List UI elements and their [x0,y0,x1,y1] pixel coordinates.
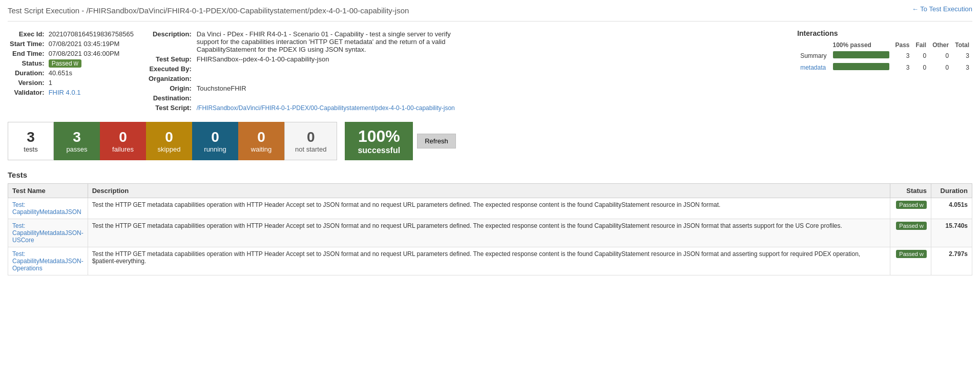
running-box: 0 running [192,122,238,160]
test-name-cell[interactable]: Test: CapabilityMetadataJSON-Operations [8,247,88,275]
test-script-value: /FHIRSandbox/DaVinci/FHIR4-0-1-PDEX/00-C… [194,103,476,113]
exec-id-value: 20210708164519836758565 [47,29,136,39]
test-description-cell: Test the HTTP GET metadata capabilities … [88,198,890,219]
interaction-other: 0 [929,50,952,61]
skipped-label: skipped [158,145,181,153]
col-test-name: Test Name [8,184,88,198]
interactions-section: Interactions 100% passed Pass Fail Other… [797,29,972,113]
executed-by-value [194,64,476,74]
not-started-label: not started [295,145,326,153]
interactions-col-other: Other [929,40,952,50]
summary-row: 3 tests 3 passes 0 failures 0 skipped 0 … [8,122,972,160]
description-value: Da Vinci - PDex - FHIR R4-0-1 - Scenario… [194,29,476,54]
skipped-box: 0 skipped [146,122,192,160]
status-label: Status: [8,58,47,68]
interactions-col-passed: 100% passed [830,40,892,50]
back-link[interactable]: To Test Execution [912,5,972,13]
origin-value: TouchstoneFHIR [194,83,476,93]
not-started-box: 0 not started [284,122,337,160]
interactions-col-total: Total [952,40,972,50]
test-duration-cell: 2.797s [931,247,972,275]
destination-value [194,93,476,103]
page-header: Test Script Execution - /FHIRSandbox/DaV… [8,5,972,22]
exec-id-label: Exec Id: [8,29,47,39]
total-box: 3 tests [8,122,54,160]
test-duration-cell: 15.740s [931,219,972,247]
success-label: successful [358,146,400,155]
waiting-box: 0 waiting [238,122,284,160]
waiting-label: waiting [251,145,272,153]
description-info: Description: Da Vinci - PDex - FHIR R4-0… [146,29,787,113]
test-description-cell: Test the HTTP GET metadata capabilities … [88,247,890,275]
interaction-total: 3 [952,61,972,73]
interaction-fail: 0 [913,50,930,61]
not-started-count: 0 [307,129,315,145]
test-status-cell: Passed [890,247,931,275]
interaction-other: 0 [929,61,952,73]
start-time-value: 07/08/2021 03:45:19PM [47,39,136,49]
interactions-col-pass: Pass [892,40,913,50]
refresh-button[interactable]: Refresh [417,134,456,148]
failures-box: 0 failures [100,122,146,160]
interaction-total: 3 [952,50,972,61]
test-duration-cell: 4.051s [931,198,972,219]
tests-section: Tests Test Name Description Status Durat… [8,170,972,275]
duration-value: 40.651s [47,68,136,78]
title-subtitle: - /FHIRSandbox/DaVinci/FHIR4-0-1-PDEX/00… [79,6,409,15]
description-label: Description: [146,29,194,54]
interactions-title: Interactions [797,29,972,37]
organization-label: Organization: [146,74,194,83]
tests-title: Tests [8,170,972,179]
organization-value [194,74,476,83]
validator-label: Validator: [8,88,47,97]
running-count: 0 [211,129,219,145]
end-time-label: End Time: [8,49,47,58]
interaction-progress [830,61,892,73]
executed-by-label: Executed By: [146,64,194,74]
exec-info: Exec Id: 20210708164519836758565 Start T… [8,29,136,113]
passes-count: 3 [73,129,81,145]
total-label: tests [24,145,37,153]
success-box: 100% successful [345,122,413,160]
destination-label: Destination: [146,93,194,103]
test-status-cell: Passed [890,219,931,247]
interaction-pass: 3 [892,61,913,73]
col-duration: Duration [931,184,972,198]
running-label: running [204,145,226,153]
waiting-count: 0 [257,129,265,145]
test-setup-label: Test Setup: [146,54,194,64]
failures-label: failures [112,145,134,153]
version-value: 1 [47,78,136,88]
interaction-progress [830,50,892,61]
page-title: Test Script Execution - /FHIRSandbox/DaV… [8,5,409,16]
interaction-fail: 0 [913,61,930,73]
success-percent: 100% [358,127,400,146]
interactions-col-fail: Fail [913,40,930,50]
col-description: Description [88,184,890,198]
interaction-name: Summary [797,50,829,61]
validator-value: FHIR 4.0.1 [47,88,136,97]
test-name-cell[interactable]: Test: CapabilityMetadataJSON-USCore [8,219,88,247]
version-label: Version: [8,78,47,88]
skipped-count: 0 [165,129,173,145]
failures-count: 0 [119,129,127,145]
title-main: Test Script Execution [8,6,79,15]
passes-label: passes [66,145,87,153]
test-script-label: Test Script: [146,103,194,113]
interaction-pass: 3 [892,50,913,61]
end-time-value: 07/08/2021 03:46:00PM [47,49,136,58]
col-status: Status [890,184,931,198]
test-name-cell[interactable]: Test: CapabilityMetadataJSON [8,198,88,219]
meta-section: Exec Id: 20210708164519836758565 Start T… [8,29,972,113]
total-count: 3 [27,129,35,145]
status-value: Passed [47,58,136,68]
test-setup-value: FHIRSandbox--pdex-4-0-1-00-capability-js… [194,54,476,64]
test-description-cell: Test the HTTP GET metadata capabilities … [88,219,890,247]
interaction-name[interactable]: metadata [797,61,829,73]
interactions-col-name [797,40,829,50]
origin-label: Origin: [146,83,194,93]
duration-label: Duration: [8,68,47,78]
test-status-cell: Passed [890,198,931,219]
passes-box: 3 passes [54,122,100,160]
start-time-label: Start Time: [8,39,47,49]
